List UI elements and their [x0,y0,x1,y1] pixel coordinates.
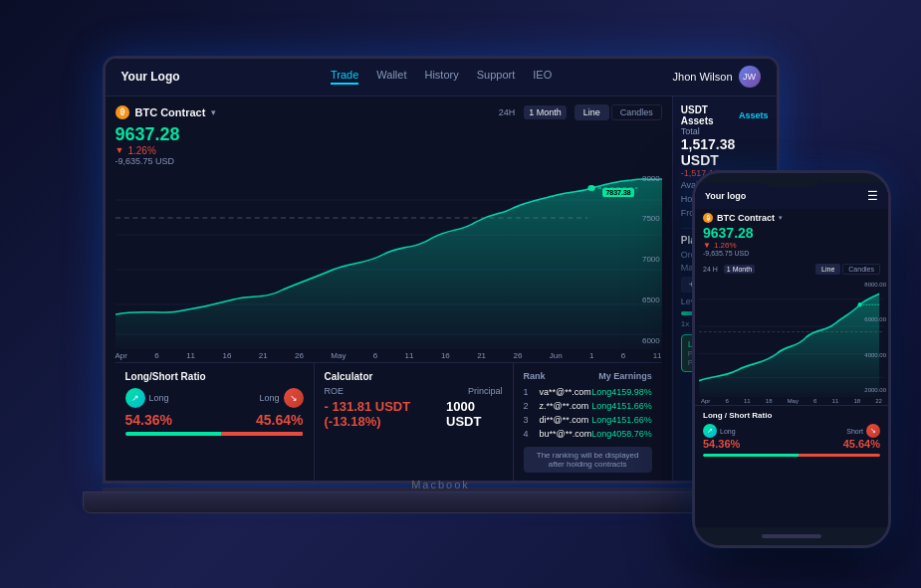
ls-bar-long [125,432,222,436]
chart-label-x-j11: 11 [653,351,662,360]
phone-chart-svg [699,278,884,397]
chart-label-x-m26: 26 [513,351,522,360]
ls-bar [125,432,304,436]
phone-ls-bar-long [703,454,799,457]
phone-ls-short-icon: ↘ [866,424,880,438]
chart-controls: 24H 1 Month Line Candles [494,104,662,120]
chart-label-x-j6: 6 [621,351,625,360]
ls-row: ↗ Long Long ↘ [125,388,304,408]
phone-label-x-11: 11 [744,398,751,404]
ls-long-item: ↗ Long [125,388,169,408]
screen-content: Your Logo Trade Wallet History Support I… [106,59,777,481]
chart-header: ₿ BTC Contract ▾ 24H 1 Month Line Can [115,104,662,120]
calc-principal-label: Principal [468,386,503,396]
chart-price: 9637.28 [115,124,662,145]
phone-ls-bar [703,454,880,457]
phone-label-x-22: 22 [875,398,882,404]
rank-row-4: 4 bu**@**.com Long 4058.76% [524,427,652,441]
chart-label-x-21: 21 [259,351,268,360]
long-short-ratio: Long/Short Ratio ↗ Long [115,363,315,481]
chart-caret: ▾ [211,107,216,117]
ls-title: Long/Short Ratio [125,371,304,382]
nav-link-ieo[interactable]: IEO [533,69,552,85]
phone-label-x-18: 18 [766,398,773,404]
view-buttons: Line Candles [575,104,662,120]
chart-label-x-may: May [331,351,345,360]
nav-link-support[interactable]: Support [477,69,516,85]
phone-chart-area: 8000.00 6000.00 4000.00 2000.00 [695,278,888,397]
phone-ls-title: Long / Short Ratio [703,411,880,420]
ls-short-badge: Long ↘ [259,388,303,408]
rank-email-3: di**@**.com [540,415,592,425]
phone-ls-bar-short [799,454,880,457]
phone-logo: Your logo [705,191,746,201]
calculator-section: Calculator ROE Principal - 131.81 USDT (… [315,363,514,481]
rank-col-label: Rank [524,371,546,381]
rank-earnings-3: 4151.66% [611,415,652,425]
rank-row-2: 2 z.**@**.com Long 4151.66% [524,399,652,413]
phone-price-pct: 1.26% [714,241,737,250]
phone-tab-1month[interactable]: 1 Month [724,265,755,274]
nav-link-history[interactable]: History [424,69,458,85]
calc-values-row: - 131.81 USDT (-13.18%) 1000 USDT [325,399,503,429]
laptop-screen: Your Logo Trade Wallet History Support I… [103,56,780,484]
chart-title: BTC Contract [135,106,206,118]
phone-ls-long-icon: ↗ [703,424,717,438]
phone-btc-title: BTC Contract [717,213,775,223]
phone-ls-long-item: ↗ Long 54.36% [703,424,740,450]
chart-label-y-7000: 7000 [642,255,662,264]
view-btn-candles[interactable]: Candles [611,104,662,120]
time-tab-24h[interactable]: 24H [494,105,521,119]
phone-frame: Your logo ☰ ₿ BTC Contract ▾ 9637.28 ▼ 1… [692,170,891,548]
phone-btc-icon: ₿ [703,213,713,223]
phone-price-sub: -9,635.75 USD [703,250,880,257]
phone-time-tabs: 24 H 1 Month Line Candles [695,261,888,278]
phone-wrapper: Your logo ☰ ₿ BTC Contract ▾ 9637.28 ▼ 1… [692,170,891,548]
ls-long-icon: ↗ [125,388,145,408]
phone-view-btn-candles[interactable]: Candles [842,264,880,275]
calc-title: Calculator [325,371,503,382]
phone-menu-icon[interactable]: ☰ [867,189,878,203]
phone-ls-long-badge: ↗ Long [703,424,736,438]
phone-label-y-8000: 8000.00 [864,282,886,288]
price-pct: 1.26% [127,145,155,156]
phone-ls-short-item: Short ↘ 45.64% [843,424,880,450]
phone-chart-labels-y: 8000.00 6000.00 4000.00 2000.00 [864,278,886,397]
ranking-section: Rank My Earnings 1 va**@**.com Long 4159… [514,363,662,481]
usdt-title-row: USDT Assets Assets [681,104,769,126]
nav-link-wallet[interactable]: Wallet [376,69,406,85]
nav-logo: Your Logo [121,70,180,84]
usdt-total-label: Total [681,126,769,136]
phone-price-change: ▼ 1.26% [703,241,880,250]
chart-title-section: ₿ BTC Contract ▾ [115,105,217,119]
rank-earnings-2: 4151.66% [611,401,652,411]
rank-type-3: Long [591,415,611,425]
nav-link-trade[interactable]: Trade [331,69,358,85]
phone-ls-long-value: 54.36% [703,438,740,450]
usdt-title: USDT Assets [681,104,739,126]
phone-label-x-m11: 11 [832,398,839,404]
ls-short-label: Long [259,393,279,403]
view-btn-line[interactable]: Line [575,104,609,120]
phone-tab-24h[interactable]: 24 H [703,266,718,273]
phone-ls-short-label: Short [846,428,863,435]
phone-view-buttons: Line Candles [815,264,880,275]
rank-type-2: Long [591,401,611,411]
phone-price-arrow: ▼ [703,241,711,250]
ls-short-value: 45.64% [256,412,303,428]
chart-label-x-jun: Jun [550,351,563,360]
chart-label-y-7500: 7500 [642,214,662,223]
navbar: Your Logo Trade Wallet History Support I… [106,59,777,97]
rank-num-1: 1 [524,387,536,397]
time-tab-1month[interactable]: 1 Month [524,105,567,119]
usdt-assets-link[interactable]: Assets [739,110,769,120]
rank-num-3: 3 [524,415,536,425]
ls-long-label: Long [149,393,169,403]
phone-ls-short-badge: Short ↘ [846,424,880,438]
phone-chart-header: ₿ BTC Contract ▾ 9637.28 ▼ 1.26% -9,635.… [695,209,888,261]
phone-view-btn-line[interactable]: Line [815,264,840,275]
ls-short-icon: ↘ [284,388,304,408]
chart-label-x-m11: 11 [405,351,414,360]
nav-user: Jhon Wilson JW [673,66,761,88]
chart-area: ₿ BTC Contract ▾ 24H 1 Month Line Can [106,97,673,481]
